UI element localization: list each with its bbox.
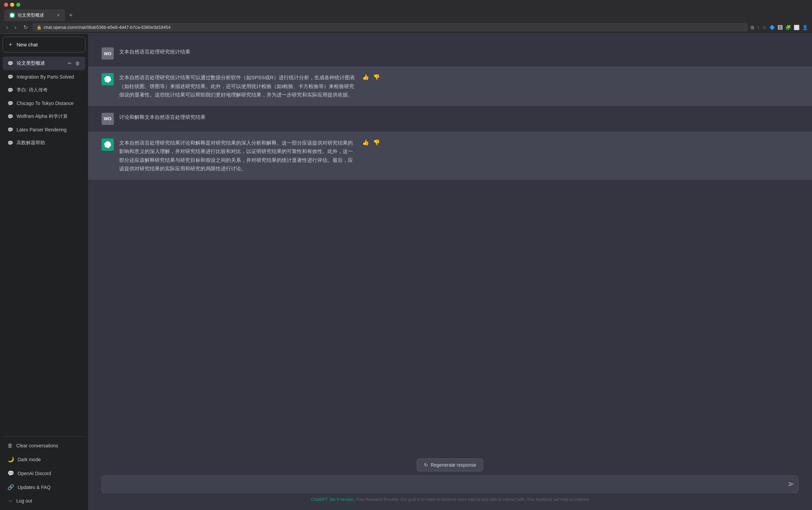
- chat-item-label: Latex Parser Rendering: [17, 127, 81, 132]
- dark-mode-btn[interactable]: 🌙 Dark mode: [3, 453, 85, 466]
- message-row: 文本自然语言处理研究结果讨论和解释是对研究结果的深入分析和解释。这一部分应该提供…: [88, 132, 812, 180]
- tab-title: 论文类型概述: [18, 12, 44, 18]
- footer-text: ChatGPT Jan 9 Version. Free Research Pre…: [102, 494, 798, 507]
- thumbs-down-btn[interactable]: 👎: [372, 73, 381, 81]
- chat-item-luwen-leibei[interactable]: 💬 论文类型概述 ✏ 🗑: [3, 57, 85, 70]
- reload-btn[interactable]: ↻: [21, 23, 30, 31]
- external-link-icon: 🔗: [7, 484, 14, 490]
- share-icon[interactable]: ↑: [757, 25, 760, 30]
- url-bar[interactable]: 🔒 chat.openai.com/chat/08ab536b-b5e8-4d4…: [33, 23, 748, 31]
- regenerate-wrap: ↻ Regenerate response: [102, 459, 798, 471]
- chat-icon: 💬: [7, 127, 13, 132]
- chat-icon: 💬: [7, 87, 13, 93]
- chat-item-label: Chicago To Tokyo Distance: [17, 101, 81, 106]
- chat-item-label: Wolfram Alpha 科学计算: [17, 113, 81, 120]
- thumbs-down-btn[interactable]: 👎: [372, 139, 381, 146]
- input-box-wrap: [102, 475, 798, 494]
- chat-item-label: 论文类型概述: [17, 60, 64, 66]
- sidebar-bottom: 🗑 Clear conversations 🌙 Dark mode 💬 Open…: [3, 439, 85, 507]
- chat-icon: 💬: [7, 101, 13, 106]
- lock-icon: 🔒: [37, 25, 42, 30]
- bookmark-icon[interactable]: ☆: [762, 25, 767, 30]
- faq-btn[interactable]: 🔗 Updates & FAQ: [3, 481, 85, 494]
- faq-label: Updates & FAQ: [18, 485, 50, 490]
- translate-icon[interactable]: ⊞: [750, 25, 754, 30]
- sidebar-toggle-icon[interactable]: ⬜: [794, 25, 799, 30]
- thumbs-up-btn[interactable]: 👍: [362, 139, 370, 146]
- message-content: 文本自然语言处理研究统计结果: [119, 47, 356, 60]
- clear-conversations-label: Clear conversations: [16, 443, 58, 448]
- chat-item-latex[interactable]: 💬 Latex Parser Rendering: [3, 124, 85, 136]
- footer-body: . Free Research Preview. Our goal is to …: [354, 497, 589, 502]
- chat-list: 💬 论文类型概述 ✏ 🗑 💬 Integration By Parts Solv…: [3, 57, 85, 433]
- browser-chrome: 论文类型概述 × + ‹ › ↻ 🔒 chat.openai.com/chat/…: [0, 0, 812, 34]
- chat-item-label: 高数解题帮助: [17, 140, 81, 146]
- close-window-btn[interactable]: [4, 3, 8, 7]
- chat-item-integration[interactable]: 💬 Integration By Parts Solved: [3, 71, 85, 83]
- send-btn[interactable]: [788, 481, 794, 489]
- discord-icon: 💬: [7, 470, 14, 476]
- tab-close-btn[interactable]: ×: [57, 13, 60, 18]
- chat-item-libai[interactable]: 💬 李白: 诗人传奇: [3, 84, 85, 97]
- dark-mode-label: Dark mode: [18, 457, 41, 462]
- refresh-icon: ↻: [424, 462, 428, 468]
- message-content: 文本自然语言处理研究统计结果可以通过数据分析软件（如SPSS或R）进行统计分析，…: [119, 73, 356, 99]
- address-bar: ‹ › ↻ 🔒 chat.openai.com/chat/08ab536b-b5…: [0, 21, 812, 34]
- extension-icon[interactable]: 🔷: [769, 25, 775, 30]
- chat-item-gaoshu[interactable]: 💬 高数解题帮助: [3, 136, 85, 149]
- clear-conversations-btn[interactable]: 🗑 Clear conversations: [3, 439, 85, 452]
- discord-btn[interactable]: 💬 OpenAI Discord: [3, 467, 85, 480]
- regenerate-btn[interactable]: ↻ Regenerate response: [417, 459, 484, 471]
- chat-item-label: 李白: 诗人传奇: [17, 87, 81, 93]
- chat-area: WO 文本自然语言处理研究统计结果 文本自然语言处理研究统计结果可以通过数据分析…: [88, 34, 812, 453]
- chat-item-label: Integration By Parts Solved: [17, 74, 81, 80]
- logout-label: Log out: [16, 498, 32, 504]
- logout-icon: →: [7, 498, 13, 504]
- minimize-window-btn[interactable]: [10, 3, 14, 7]
- trash-icon: 🗑: [7, 443, 13, 449]
- tab-bar: 论文类型概述 × +: [0, 9, 812, 21]
- puzzle-icon[interactable]: 🧩: [785, 25, 791, 30]
- chat-item-actions: ✏ 🗑: [67, 60, 81, 67]
- message-actions: 👍 👎: [362, 73, 381, 99]
- new-chat-button[interactable]: ＋ New chat: [3, 37, 85, 52]
- chat-input[interactable]: [102, 475, 798, 493]
- chat-item-wolfram[interactable]: 💬 Wolfram Alpha 科学计算: [3, 110, 85, 123]
- regenerate-label: Regenerate response: [431, 462, 476, 468]
- message-content: 文本自然语言处理研究结果讨论和解释是对研究结果的深入分析和解释。这一部分应该提供…: [119, 139, 356, 173]
- adblock-icon[interactable]: 🅱: [778, 25, 783, 30]
- sidebar-divider: [3, 436, 85, 437]
- delete-chat-btn[interactable]: 🗑: [74, 60, 81, 67]
- url-text: chat.openai.com/chat/08ab536b-b5e8-4d47-…: [44, 25, 171, 30]
- thumbs-up-btn[interactable]: 👍: [362, 73, 370, 81]
- window-controls: [4, 3, 20, 7]
- title-bar: [0, 0, 812, 9]
- sidebar: ＋ New chat 💬 论文类型概述 ✏ 🗑 💬 Integration By…: [0, 34, 88, 510]
- moon-icon: 🌙: [7, 456, 14, 463]
- chat-item-chicago-tokyo[interactable]: 💬 Chicago To Tokyo Distance: [3, 97, 85, 109]
- user-avatar: WO: [102, 47, 114, 60]
- input-area: ↻ Regenerate response ChatGPT Jan 9 Vers…: [88, 453, 812, 510]
- forward-btn[interactable]: ›: [13, 24, 18, 31]
- footer-link[interactable]: ChatGPT Jan 9 Version: [311, 497, 354, 502]
- profile-icon[interactable]: 👤: [802, 25, 808, 30]
- message-actions: 👍 👎: [362, 139, 381, 173]
- chat-icon: 💬: [7, 61, 13, 66]
- back-btn[interactable]: ‹: [4, 24, 10, 31]
- avatar-text: WO: [104, 51, 111, 56]
- message-row: 文本自然语言处理研究统计结果可以通过数据分析软件（如SPSS或R）进行统计分析，…: [88, 66, 812, 106]
- chat-icon: 💬: [7, 74, 13, 80]
- plus-icon: ＋: [8, 41, 13, 48]
- maximize-window-btn[interactable]: [16, 3, 20, 7]
- edit-chat-btn[interactable]: ✏: [67, 60, 72, 67]
- logout-btn[interactable]: → Log out: [3, 494, 85, 507]
- app: ＋ New chat 💬 论文类型概述 ✏ 🗑 💬 Integration By…: [0, 34, 812, 510]
- message-content: 讨论和解释文本自然语言处理研究结果: [119, 113, 356, 125]
- main-panel: WO 文本自然语言处理研究统计结果 文本自然语言处理研究统计结果可以通过数据分析…: [88, 34, 812, 510]
- chat-icon: 💬: [7, 140, 13, 146]
- address-bar-actions: ⊞ ↑ ☆ 🔷 🅱 🧩 ⬜ 👤: [750, 25, 808, 30]
- assistant-avatar: [102, 139, 114, 151]
- new-tab-btn[interactable]: +: [66, 10, 76, 20]
- browser-tab[interactable]: 论文类型概述 ×: [4, 9, 65, 21]
- message-row: WO 讨论和解释文本自然语言处理研究结果: [88, 106, 812, 132]
